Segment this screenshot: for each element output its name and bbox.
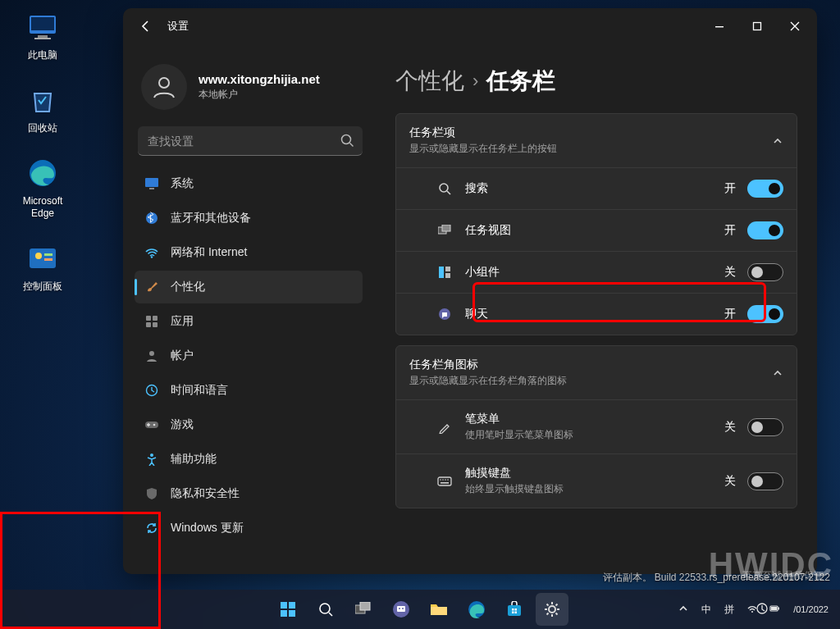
nav-accessibility[interactable]: 辅助功能 [135,443,363,476]
tray-overflow-button[interactable] [673,600,693,619]
svg-rect-30 [445,267,450,271]
svg-rect-54 [515,608,518,611]
close-button[interactable] [776,8,814,44]
row-sublabel: 始终显示触摸键盘图标 [465,482,564,496]
svg-point-43 [320,604,330,613]
desktop-icons: 此电脑 回收站 Microsoft Edge 控制面板 [10,10,92,314]
svg-rect-28 [442,225,450,231]
nav-label: 时间和语言 [171,383,228,398]
back-button[interactable] [131,11,161,41]
clock-globe-icon [144,383,159,398]
nav-update[interactable]: Windows 更新 [135,512,363,545]
svg-rect-17 [146,316,151,321]
account-summary[interactable]: www.xitongzhijia.net 本地帐户 [135,52,366,126]
task-view-icon [355,602,372,617]
desktop-icon-edge[interactable]: Microsoft Edge [10,156,75,220]
taskbar-edge-button[interactable] [460,593,493,626]
arrow-left-icon [139,20,153,33]
nav-accounts[interactable]: 帐户 [135,340,363,372]
pen-icon [436,421,454,434]
titlebar: 设置 [123,8,817,44]
nav-label: 系统 [171,176,194,191]
taskbar-chat-button[interactable] [385,593,418,626]
svg-point-6 [35,253,42,259]
nav-label: Windows 更新 [171,521,244,536]
taskbar-task-view-button[interactable] [347,593,380,626]
breadcrumb-separator: › [472,71,478,92]
desktop-icon-control-panel[interactable]: 控制面板 [10,241,75,293]
toggle-search[interactable] [747,180,783,198]
keyboard-icon [436,476,454,487]
paintbrush-icon [144,280,159,294]
svg-rect-45 [360,602,370,610]
toggle-chat[interactable] [747,305,783,323]
toggle-state-label: 关 [724,474,736,489]
desktop-icon-recycle-bin[interactable]: 回收站 [10,83,75,134]
row-widgets: 小组件 关 [396,251,797,293]
maximize-icon [752,21,762,31]
minimize-button[interactable] [701,8,738,44]
edge-icon [468,600,486,618]
svg-point-11 [159,78,169,88]
svg-rect-2 [38,35,48,38]
svg-rect-20 [153,322,158,327]
row-touch-keyboard: 触摸键盘 始终显示触摸键盘图标 关 [396,454,797,508]
taskbar-store-button[interactable] [498,593,531,626]
svg-point-38 [447,479,449,481]
toggle-widgets[interactable] [747,263,783,281]
search-input[interactable] [138,126,363,156]
start-button[interactable] [272,593,304,626]
svg-rect-41 [281,610,287,617]
taskbar-search-button[interactable] [309,593,342,626]
row-label: 聊天 [465,307,488,321]
section-taskbar-items: 任务栏项 显示或隐藏显示在任务栏上的按钮 搜索 开 任务视图 开 [395,113,797,335]
chevron-up-icon [678,604,688,613]
section-header-taskbar-items[interactable]: 任务栏项 显示或隐藏显示在任务栏上的按钮 [396,114,797,167]
person-icon [150,73,178,101]
nav-network[interactable]: 网络和 Internet [135,236,363,269]
tray-ime-mode[interactable]: 拼 [719,599,739,620]
nav-bluetooth[interactable]: 蓝牙和其他设备 [135,202,363,235]
tray-clock[interactable]: /01/2022 [788,601,833,618]
wifi-icon [144,245,159,260]
nav-label: 辅助功能 [171,452,217,467]
settings-window: 设置 www.xitongzhijia.net 本地帐户 [123,8,817,574]
toggle-touch-keyboard[interactable] [747,472,783,490]
taskbar-settings-button[interactable] [536,593,568,626]
svg-point-36 [442,479,444,481]
svg-rect-50 [431,607,447,615]
tray-ime-lang[interactable]: 中 [696,599,716,620]
toggle-state-label: 开 [724,181,736,196]
display-icon [144,176,159,191]
toggle-state-label: 关 [724,420,736,435]
toggle-pen-menu[interactable] [747,418,783,436]
monitor-icon [25,10,60,44]
svg-rect-39 [281,602,287,608]
clock-date: /01/2022 [793,604,829,614]
nav-gaming[interactable]: 游戏 [135,408,363,441]
breadcrumb-parent[interactable]: 个性化 [395,66,464,97]
task-view-icon [436,225,454,236]
taskbar-explorer-button[interactable] [422,593,455,626]
nav-system[interactable]: 系统 [135,167,363,200]
recycle-bin-icon [25,83,60,117]
minimize-icon [714,21,724,31]
toggle-state-label: 关 [724,265,736,280]
nav-time-language[interactable]: 时间和语言 [135,374,363,407]
toggle-state-label: 开 [724,307,736,321]
system-tray: 中 拼 /01/2022 [673,599,833,621]
nav-apps[interactable]: 应用 [135,305,363,338]
maximize-button[interactable] [738,8,776,44]
svg-rect-7 [44,253,52,256]
nav-label: 帐户 [171,349,194,363]
tray-quick-settings[interactable] [742,599,785,621]
desktop-icon-this-pc[interactable]: 此电脑 [10,10,75,62]
toggle-task-view[interactable] [747,221,783,239]
search-container [138,126,363,156]
section-header-corner-icons[interactable]: 任务栏角图标 显示或隐藏显示在任务栏角落的图标 [396,346,797,399]
nav-personalization[interactable]: 个性化 [135,271,363,303]
row-label: 搜索 [465,181,488,196]
nav-privacy[interactable]: 隐私和安全性 [135,477,363,510]
sidebar: www.xitongzhijia.net 本地帐户 系统 蓝牙和其他设备 网络和… [123,44,372,574]
row-chat: 聊天 开 [396,293,797,335]
